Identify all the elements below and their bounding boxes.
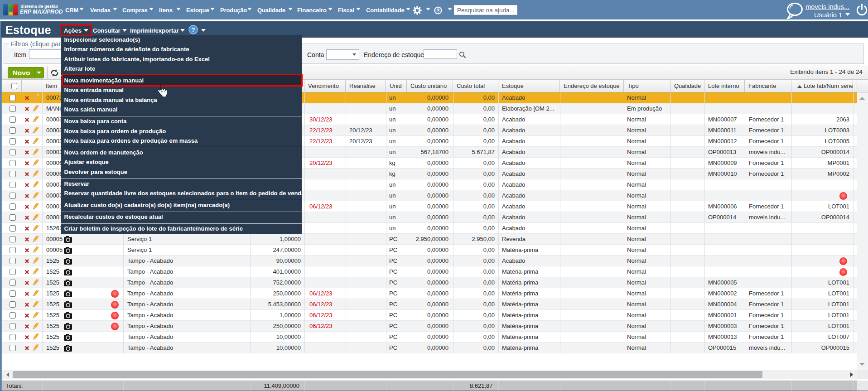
svg-text:?: ? [192, 26, 195, 33]
svg-text:?: ? [437, 8, 439, 13]
